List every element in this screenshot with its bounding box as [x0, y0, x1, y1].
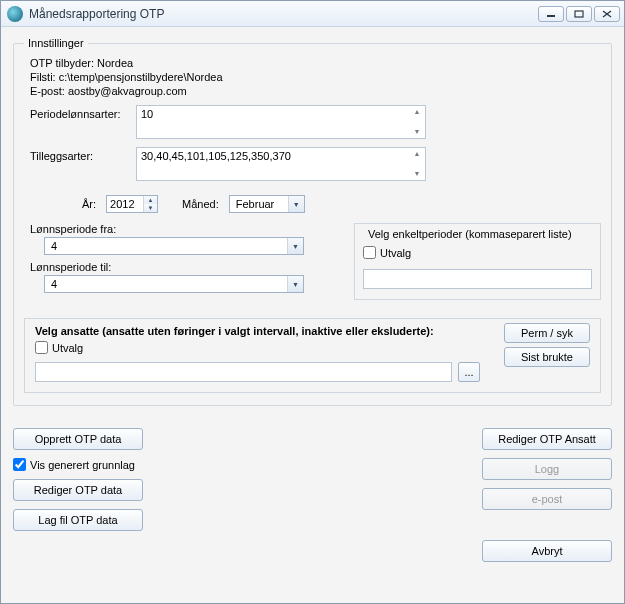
periodelonn-label: Periodelønnsarter:	[24, 105, 136, 120]
close-icon	[602, 10, 612, 18]
tillegg-spin: ▲ ▼	[411, 150, 423, 178]
left-actions: Opprett OTP data Vis generert grunnlag R…	[13, 428, 143, 562]
perm-syk-button[interactable]: Perm / syk	[504, 323, 590, 343]
opprett-otp-button[interactable]: Opprett OTP data	[13, 428, 143, 450]
epost-button[interactable]: e-post	[482, 488, 612, 510]
vis-grunnlag-label: Vis generert grunnlag	[30, 459, 135, 471]
window-title: Månedsrapportering OTP	[29, 7, 532, 21]
employees-browse-button[interactable]: ...	[458, 362, 480, 382]
provider-label: OTP tilbyder:	[30, 57, 94, 69]
avbryt-button[interactable]: Avbryt	[482, 540, 612, 562]
close-button[interactable]	[594, 6, 620, 22]
maximize-button[interactable]	[566, 6, 592, 22]
lag-fil-otp-button[interactable]: Lag fil OTP data	[13, 509, 143, 531]
periodelonn-spin: ▲ ▼	[411, 108, 423, 136]
provider-value: Nordea	[97, 57, 133, 69]
maximize-icon	[574, 10, 584, 18]
email-line: E-post: aostby@akvagroup.com	[30, 85, 601, 97]
period-columns: Lønnsperiode fra: 4 ▼ Lønnsperiode til: …	[24, 223, 601, 300]
client-area: Innstillinger OTP tilbyder: Nordea Filst…	[1, 27, 624, 603]
employees-filter-input[interactable]	[35, 362, 452, 382]
logg-button[interactable]: Logg	[482, 458, 612, 480]
emp-utvalg-checkbox[interactable]	[35, 341, 48, 354]
app-icon	[7, 6, 23, 22]
settings-group: Innstillinger OTP tilbyder: Nordea Filst…	[13, 37, 612, 406]
emp-utvalg-wrap[interactable]: Utvalg	[35, 341, 83, 354]
lperiod-from-chevron-down-icon[interactable]: ▼	[287, 238, 303, 254]
right-actions: Rediger OTP Ansatt Logg e-post Avbryt	[482, 428, 612, 562]
year-up-icon[interactable]: ▲	[144, 196, 157, 204]
month-combo[interactable]: Februar ▼	[229, 195, 305, 213]
tillegg-row: Tilleggsarter: 30,40,45,101,105,125,350,…	[24, 147, 601, 181]
tillegg-up-icon[interactable]: ▲	[411, 150, 423, 158]
path-line: Filsti: c:\temp\pensjonstilbydere\Nordea	[30, 71, 601, 83]
year-label: År:	[82, 198, 96, 210]
lperiod-to-combo[interactable]: 4 ▼	[44, 275, 304, 293]
month-label: Måned:	[182, 198, 219, 210]
minimize-button[interactable]	[538, 6, 564, 22]
bottom-actions: Opprett OTP data Vis generert grunnlag R…	[13, 428, 612, 562]
tillegg-input[interactable]: 30,40,45,101,105,125,350,370 ▲ ▼	[136, 147, 426, 181]
svg-rect-0	[547, 15, 555, 17]
path-value: c:\temp\pensjonstilbydere\Nordea	[59, 71, 223, 83]
utvalg-checkbox-label: Utvalg	[380, 247, 411, 259]
employees-side-buttons: Perm / syk Sist brukte	[504, 323, 590, 367]
year-stepper[interactable]: ▲ ▼	[106, 195, 158, 213]
utvalg-checkbox-wrap[interactable]: Utvalg	[363, 246, 411, 259]
rediger-otp-ansatt-button[interactable]: Rediger OTP Ansatt	[482, 428, 612, 450]
vis-grunnlag-checkbox[interactable]	[13, 458, 26, 471]
periodelonn-input[interactable]: 10 ▲ ▼	[136, 105, 426, 139]
sist-brukte-button[interactable]: Sist brukte	[504, 347, 590, 367]
single-periods-group: Velg enkeltperioder (kommaseparert liste…	[354, 223, 601, 300]
minimize-icon	[546, 10, 556, 18]
provider-line: OTP tilbyder: Nordea	[30, 57, 601, 69]
employees-group: Velg ansatte (ansatte uten føringer i va…	[24, 318, 601, 393]
month-chevron-down-icon[interactable]: ▼	[288, 196, 304, 212]
periodelonn-up-icon[interactable]: ▲	[411, 108, 423, 116]
tillegg-value: 30,40,45,101,105,125,350,370	[141, 150, 291, 162]
emp-utvalg-label: Utvalg	[52, 342, 83, 354]
lperiod-from-combo[interactable]: 4 ▼	[44, 237, 304, 255]
path-label: Filsti:	[30, 71, 56, 83]
lperiod-from-value: 4	[45, 238, 287, 254]
utvalg-checkbox[interactable]	[363, 246, 376, 259]
lperiod-to-label: Lønnsperiode til:	[30, 261, 324, 273]
lperiod-from-label: Lønnsperiode fra:	[30, 223, 324, 235]
window-buttons	[538, 6, 620, 22]
right-column: Velg enkeltperioder (kommaseparert liste…	[354, 223, 601, 300]
year-month-row: År: ▲ ▼ Måned: Februar ▼	[82, 195, 601, 213]
svg-rect-1	[575, 11, 583, 17]
year-down-icon[interactable]: ▼	[144, 204, 157, 212]
tillegg-down-icon[interactable]: ▼	[411, 170, 423, 178]
lperiod-to-value: 4	[45, 276, 287, 292]
lperiod-to-chevron-down-icon[interactable]: ▼	[287, 276, 303, 292]
email-label: E-post:	[30, 85, 65, 97]
periodelonn-down-icon[interactable]: ▼	[411, 128, 423, 136]
rediger-otp-data-button[interactable]: Rediger OTP data	[13, 479, 143, 501]
year-input[interactable]	[107, 196, 143, 212]
tillegg-label: Tilleggsarter:	[24, 147, 136, 162]
month-value: Februar	[230, 196, 288, 212]
vis-grunnlag-wrap[interactable]: Vis generert grunnlag	[13, 458, 135, 471]
single-periods-label: Velg enkeltperioder (kommaseparert liste…	[365, 228, 575, 240]
settings-legend: Innstillinger	[24, 37, 88, 49]
periodelonn-value: 10	[141, 108, 153, 120]
window-root: Månedsrapportering OTP Innstillinger OTP…	[0, 0, 625, 604]
left-column: Lønnsperiode fra: 4 ▼ Lønnsperiode til: …	[24, 223, 324, 300]
periodelonn-row: Periodelønnsarter: 10 ▲ ▼	[24, 105, 601, 139]
titlebar: Månedsrapportering OTP	[1, 1, 624, 27]
email-value: aostby@akvagroup.com	[68, 85, 187, 97]
single-periods-input[interactable]	[363, 269, 592, 289]
ellipsis-icon: ...	[464, 366, 473, 378]
